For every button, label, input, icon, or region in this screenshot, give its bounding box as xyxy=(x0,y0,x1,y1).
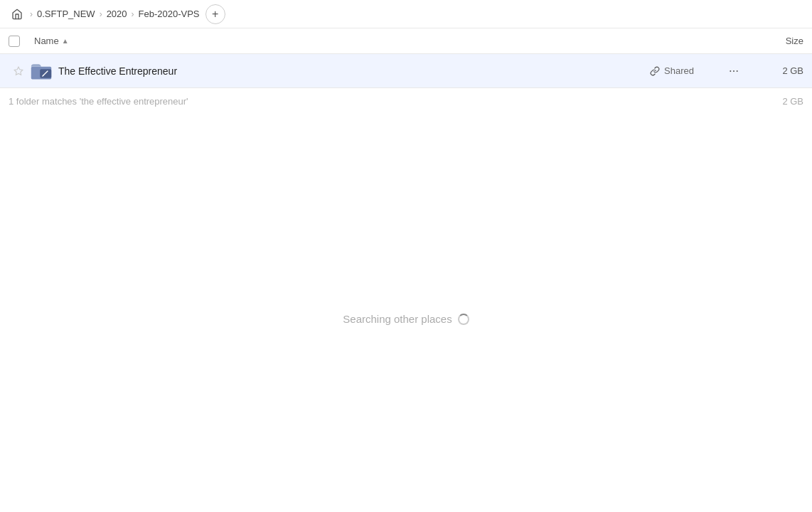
svg-marker-0 xyxy=(14,67,23,75)
select-all-checkbox[interactable] xyxy=(9,36,20,47)
folder-icon xyxy=(28,61,54,81)
shared-label: Shared xyxy=(664,65,694,76)
home-button[interactable] xyxy=(9,6,26,23)
separator-2: › xyxy=(100,9,102,19)
searching-text: Searching other places xyxy=(343,313,452,325)
separator-3: › xyxy=(132,9,134,19)
name-column-header[interactable]: Name ▲ xyxy=(34,36,747,46)
more-options-button[interactable] xyxy=(721,65,747,77)
link-icon xyxy=(650,66,660,76)
add-button[interactable]: + xyxy=(205,4,225,24)
searching-section: Searching other places xyxy=(0,313,812,325)
header-checkbox-area[interactable] xyxy=(9,36,34,47)
svg-line-4 xyxy=(43,75,43,76)
svg-point-6 xyxy=(733,70,734,72)
breadcrumb-item-feb[interactable]: Feb-2020-VPS xyxy=(139,9,200,19)
size-column-header[interactable]: Size xyxy=(747,36,803,46)
name-label: Name xyxy=(34,36,59,46)
summary-size: 2 GB xyxy=(747,96,803,107)
svg-point-7 xyxy=(737,70,738,72)
file-size: 2 GB xyxy=(747,65,803,76)
star-button[interactable] xyxy=(9,66,28,76)
file-row[interactable]: The Effective Entrepreneur Shared 2 GB xyxy=(0,54,812,88)
svg-point-5 xyxy=(730,70,731,72)
file-name: The Effective Entrepreneur xyxy=(54,65,650,77)
column-headers: Name ▲ Size xyxy=(0,28,812,54)
shared-status: Shared xyxy=(650,65,721,76)
breadcrumb-bar: › 0.SFTP_NEW › 2020 › Feb-2020-VPS + xyxy=(0,0,812,28)
loading-spinner xyxy=(458,314,469,325)
breadcrumb-item-2020[interactable]: 2020 xyxy=(107,9,127,19)
separator-1: › xyxy=(30,9,33,19)
summary-text: 1 folder matches 'the effective entrepre… xyxy=(9,96,747,107)
summary-row: 1 folder matches 'the effective entrepre… xyxy=(0,88,812,114)
breadcrumb-item-sftp[interactable]: 0.SFTP_NEW xyxy=(37,9,95,19)
sort-arrow: ▲ xyxy=(62,37,69,45)
